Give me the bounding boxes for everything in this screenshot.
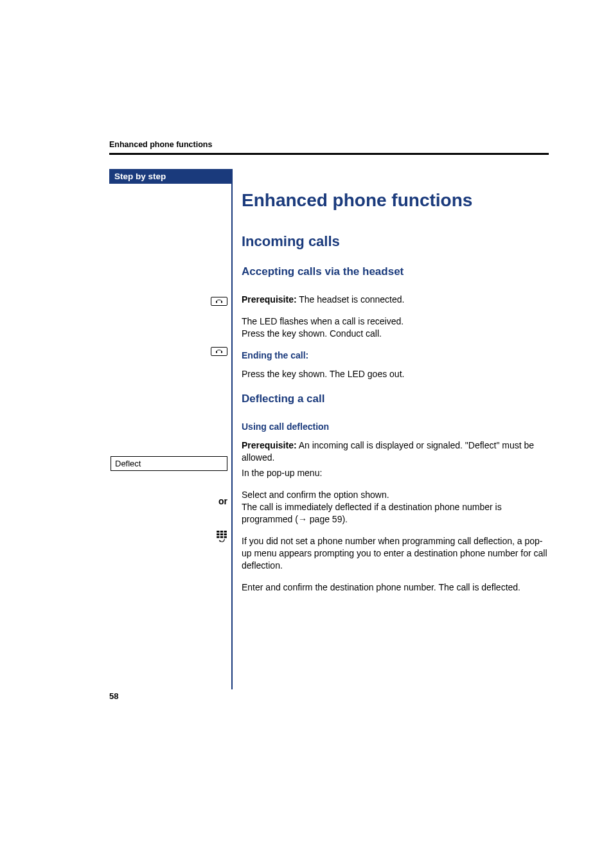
- prerequisite-2: Prerequisite: An incoming call is displa…: [242, 439, 549, 464]
- headset-key-icon: [211, 346, 227, 357]
- prereq-label-2: Prerequisite:: [242, 440, 297, 450]
- or-label: or: [218, 495, 227, 507]
- heading-using-deflection: Using call deflection: [242, 421, 549, 433]
- enter-confirm-text: Enter and confirm the destination phone …: [242, 581, 549, 594]
- if-not-set-text: If you did not set a phone number when p…: [242, 535, 549, 572]
- svg-rect-10: [217, 536, 219, 538]
- press-key-led-out: Press the key shown. The LED goes out.: [242, 368, 549, 380]
- heading-ending-call: Ending the call:: [242, 350, 549, 362]
- step-sidebar: Step by step: [109, 169, 233, 689]
- page-number: 58: [109, 691, 118, 701]
- prereq-1-text: The headset is connected.: [297, 294, 405, 305]
- prerequisite-1: Prerequisite: The headset is connected.: [242, 294, 549, 306]
- menu-option-deflect: Deflect: [111, 456, 227, 471]
- popup-menu-line: In the pop-up menu:: [242, 467, 549, 479]
- svg-rect-7: [217, 533, 219, 535]
- svg-rect-9: [224, 533, 227, 535]
- led-flashes-text: The LED flashes when a call is received.…: [242, 315, 549, 340]
- keypad-icon: [216, 531, 227, 544]
- select-confirm-text: Select and confirm the option shown. The…: [242, 489, 549, 526]
- svg-rect-11: [220, 536, 223, 538]
- main-content: Enhanced phone functions Incoming calls …: [239, 169, 549, 689]
- svg-rect-1: [221, 301, 222, 303]
- svg-rect-4: [217, 531, 219, 533]
- svg-rect-5: [220, 531, 223, 533]
- running-header: Enhanced phone functions: [109, 140, 549, 155]
- svg-marker-13: [219, 540, 221, 542]
- heading-2-incoming: Incoming calls: [242, 232, 549, 251]
- svg-rect-2: [216, 351, 217, 353]
- svg-rect-12: [224, 536, 227, 538]
- svg-rect-8: [220, 533, 223, 535]
- heading-3-headset: Accepting calls via the headset: [242, 265, 549, 279]
- heading-1: Enhanced phone functions: [242, 188, 549, 213]
- svg-rect-3: [221, 351, 222, 353]
- heading-3-deflecting: Deflecting a call: [242, 392, 549, 407]
- prereq-label: Prerequisite:: [242, 294, 297, 305]
- headset-key-icon: [211, 296, 227, 307]
- sidebar-title: Step by step: [109, 169, 231, 184]
- svg-rect-0: [216, 301, 217, 303]
- svg-rect-6: [224, 531, 227, 533]
